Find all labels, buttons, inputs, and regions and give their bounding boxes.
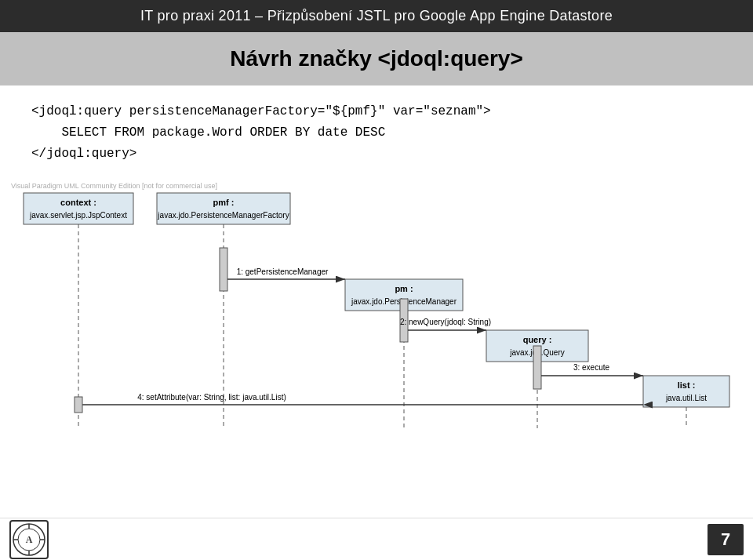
sequence-diagram-area: Visual Paradigm UML Community Edition [n… bbox=[0, 177, 753, 444]
svg-text:javax.jdo.PersistenceManagerFa: javax.jdo.PersistenceManagerFactory bbox=[157, 211, 289, 220]
logo: A bbox=[9, 520, 49, 559]
svg-text:3: execute: 3: execute bbox=[573, 363, 610, 372]
header-title: IT pro praxi 2011 – Přizpůsobení JSTL pr… bbox=[140, 8, 613, 24]
svg-text:2: newQuery(jdoql: String): 2: newQuery(jdoql: String) bbox=[400, 318, 491, 326]
svg-rect-27 bbox=[533, 346, 541, 389]
code-line-3: </jdoql:query> bbox=[31, 144, 722, 165]
slide-title: Návrh značky <jdoql:query> bbox=[16, 46, 737, 71]
slide-header: IT pro praxi 2011 – Přizpůsobení JSTL pr… bbox=[0, 0, 753, 32]
svg-text:java.util.List: java.util.List bbox=[665, 394, 707, 402]
svg-text:pmf :: pmf : bbox=[213, 198, 235, 207]
slide-content: <jdoql:query persistenceManagerFactory="… bbox=[0, 85, 753, 173]
svg-text:A: A bbox=[26, 534, 33, 545]
svg-rect-32 bbox=[75, 397, 82, 413]
svg-text:4: setAttribute(var: String, l: 4: setAttribute(var: String, list: java.… bbox=[137, 393, 286, 402]
slide-title-section: Návrh značky <jdoql:query> bbox=[0, 32, 753, 85]
svg-text:context :: context : bbox=[60, 198, 96, 207]
slide-footer: A 7 bbox=[0, 518, 753, 560]
svg-rect-21 bbox=[220, 248, 227, 291]
svg-text:list :: list : bbox=[678, 380, 696, 390]
svg-text:1: getPersistenceManager: 1: getPersistenceManager bbox=[237, 267, 329, 276]
code-line-1: <jdoql:query persistenceManagerFactory="… bbox=[31, 101, 722, 122]
svg-text:pm :: pm : bbox=[395, 284, 413, 293]
page-number: 7 bbox=[708, 524, 744, 555]
svg-text:Visual Paradigm UML Community : Visual Paradigm UML Community Edition [n… bbox=[11, 182, 217, 190]
sequence-diagram: Visual Paradigm UML Community Edition [n… bbox=[0, 177, 753, 444]
code-block: <jdoql:query persistenceManagerFactory="… bbox=[31, 101, 722, 165]
code-line-2: SELECT FROM package.Word ORDER BY date D… bbox=[31, 122, 722, 144]
svg-text:javax.servlet.jsp.JspContext: javax.servlet.jsp.JspContext bbox=[29, 211, 127, 220]
svg-text:query :: query : bbox=[523, 335, 552, 344]
